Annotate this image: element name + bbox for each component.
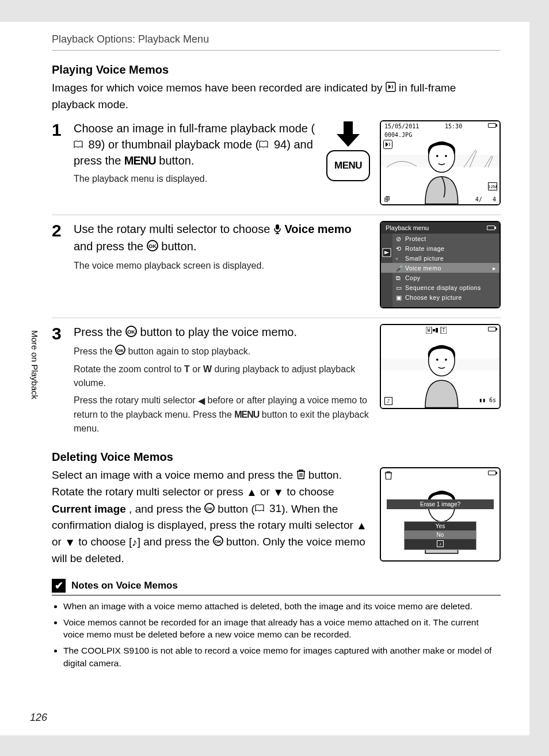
copy-icon: ⧉ (396, 274, 403, 281)
ok-button-icon: OK (213, 534, 223, 551)
header-rule (52, 50, 501, 51)
down-arrow-icon (336, 120, 361, 148)
menu-item-rotate: ⟲Rotate image (381, 243, 500, 253)
intro-text-a: Images for which voice memos have been r… (52, 82, 386, 94)
step-2-sub: The voice memo playback screen is displa… (74, 259, 373, 273)
step-3-sub3: Press the rotary multi selector ◀ before… (74, 394, 373, 436)
left-triangle-icon: ◀ (198, 394, 205, 408)
step-1-number: 1 (52, 121, 74, 139)
lcd-filename: 0004.JPG (384, 132, 412, 138)
svg-text:OK: OK (206, 506, 213, 511)
page-header: Playback Options: Playback Menu (52, 33, 501, 45)
page-ref-icon: 31 (255, 501, 281, 517)
note-3: The COOLPIX S9100 is not able to record … (63, 644, 501, 669)
lcd-date: 15/05/2011 (384, 123, 419, 129)
svg-text:OK: OK (117, 348, 124, 353)
volume-indicator-icon: WT (426, 327, 447, 334)
svg-text:OK: OK (127, 329, 135, 335)
step-2-number: 2 (52, 222, 74, 239)
step-3-number: 3 (52, 325, 74, 342)
menu-item-copy: ⧉Copy (381, 273, 500, 282)
svg-text:OK: OK (215, 539, 222, 544)
sequence-icon: ▭ (396, 284, 403, 291)
sidebar-label: More on Playback (30, 330, 40, 399)
lcd-time: 15:30 (445, 123, 462, 129)
menu-button-diagram: MENU (322, 120, 374, 189)
option-yes: Yes (405, 522, 476, 530)
option-voice-only: ♪ (405, 539, 476, 549)
rotate-icon: ⟲ (396, 245, 403, 252)
pause-icon: ▮▮ (479, 397, 486, 403)
lcd-erase-dialog: Erase 1 image? Yes No ♪ (380, 467, 501, 562)
svg-point-25 (445, 358, 447, 361)
step-3-instruction: Press the OK button to play the voice me… (74, 324, 373, 341)
step-1: 1 Choose an image in full-frame playback… (52, 120, 501, 215)
svg-rect-20 (436, 328, 438, 333)
menu-word: MENU (234, 410, 259, 419)
lcd-playback-menu: Playback menu ⊘Protect ⟲Rotate image ▫Sm… (380, 221, 501, 308)
step-2: 2 Use the rotary multi selector to choos… (52, 221, 501, 318)
menu-item-small: ▫Small picture (381, 253, 500, 263)
svg-text:12M: 12M (488, 184, 497, 189)
lcd-timer: 6s (489, 397, 496, 403)
trash-icon (384, 471, 392, 481)
protect-icon: ⊘ (396, 235, 403, 242)
up-triangle-icon: ▲ (356, 518, 367, 534)
music-note-icon: ♪ (132, 534, 138, 551)
key-picture-icon: ▣ (396, 294, 403, 301)
section-playing-intro: Images for which voice memos have been r… (52, 80, 501, 112)
down-triangle-icon: ▼ (273, 484, 284, 501)
ok-button-icon: OK (125, 325, 137, 341)
menu-item-voice-selected: 🎤Voice memo▸ (381, 263, 500, 273)
menu-title: Playback menu (386, 224, 429, 231)
battery-icon (488, 123, 496, 128)
step-3-sub2: Rotate the zoom control to T or W during… (74, 362, 373, 390)
svg-rect-19 (433, 329, 435, 331)
ok-button-icon: OK (147, 239, 158, 255)
battery-icon (488, 471, 496, 475)
step-1-instruction: Choose an image in full-frame playback m… (74, 120, 315, 169)
voice-file-icon: ♪ (384, 397, 392, 406)
page-number: 126 (30, 712, 47, 724)
page-ref-icon: 94 (259, 136, 287, 152)
svg-text:♪: ♪ (387, 398, 390, 404)
down-triangle-icon: ▼ (64, 534, 75, 551)
menu-button: MENU (326, 150, 370, 181)
microphone-icon (273, 222, 281, 238)
up-triangle-icon: ▲ (246, 484, 257, 501)
erase-prompt: Erase 1 image? (387, 499, 494, 509)
battery-icon (487, 226, 495, 230)
svg-text:T: T (443, 328, 445, 333)
option-no: No (405, 530, 476, 539)
resolution-badge-icon: 12M (488, 182, 497, 190)
scenery-illustration (383, 139, 498, 173)
svg-text:W: W (428, 328, 430, 333)
step-1-sub: The playback menu is displayed. (74, 172, 315, 186)
ok-button-icon: OK (115, 345, 125, 359)
page-body: Playback Options: Playback Menu Playing … (0, 22, 529, 735)
memo-flag-icon: 🗐 (384, 196, 390, 203)
erase-options: Yes No ♪ (404, 521, 476, 550)
notes-section: ✔ Notes on Voice Memos When an image wit… (52, 579, 501, 669)
step-3-sub1: Press the OK button again to stop playba… (74, 345, 373, 359)
check-badge-icon: ✔ (52, 579, 66, 593)
menu-word: MENU (124, 154, 156, 167)
battery-icon (488, 327, 496, 331)
menu-item-sequence: ▭Sequence display options (381, 282, 500, 292)
page-ref-icon: 89 (74, 136, 101, 152)
lcd-voice-playback: WT ♪ ▮▮ 6s (380, 324, 501, 409)
ok-button-icon: OK (204, 502, 215, 518)
section-playing-title: Playing Voice Memos (52, 63, 501, 77)
deleting-paragraph: Select an image with a voice memo and pr… (52, 467, 372, 566)
menu-item-keypic: ▣Choose key picture (381, 292, 500, 302)
notes-title: Notes on Voice Memos (71, 580, 178, 591)
section-deleting-title: Deleting Voice Memos (52, 450, 501, 464)
step-3: 3 Press the OK button to play the voice … (52, 324, 501, 445)
menu-item-protect: ⊘Protect (381, 234, 500, 243)
voice-memo-label: Voice memo (284, 223, 351, 235)
trash-icon (296, 468, 306, 484)
step-2-instruction: Use the rotary multi selector to choose … (74, 221, 373, 255)
note-1: When an image with a voice memo attached… (63, 600, 501, 613)
chevron-right-icon: ▸ (493, 265, 497, 272)
svg-point-24 (436, 358, 439, 361)
